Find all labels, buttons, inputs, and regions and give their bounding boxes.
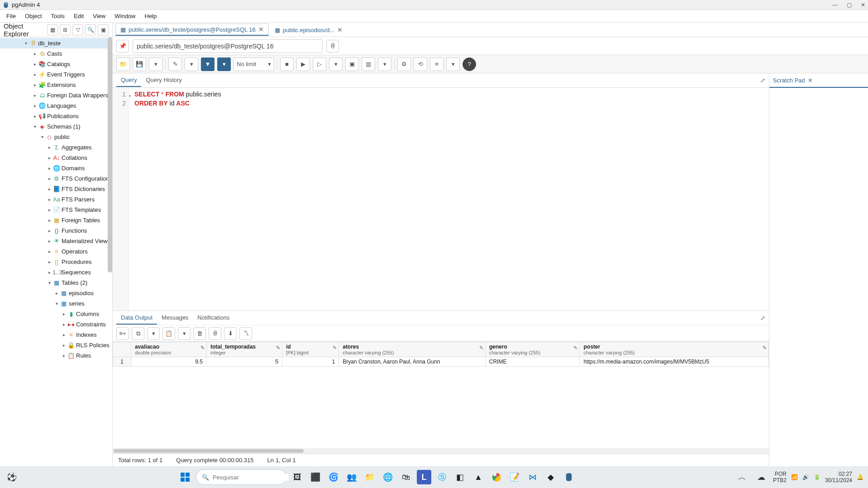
commit-button[interactable]: ▣ — [345, 57, 359, 71]
edit-dropdown[interactable]: ▾ — [185, 57, 198, 71]
start-button[interactable] — [178, 470, 192, 484]
desktop-soccer-icon[interactable]: ⚽ — [5, 470, 19, 484]
table-row[interactable]: 19.551Bryan Cranston, Aaron Paul, Anna G… — [113, 357, 769, 367]
tree-item[interactable]: ▸{}Functions — [0, 225, 112, 236]
tray-onedrive-icon[interactable]: ☁ — [754, 470, 768, 484]
add-row-button[interactable]: ≡+ — [116, 327, 129, 340]
taskbar-notepad-icon[interactable]: 📝 — [507, 470, 522, 484]
save-data-button[interactable]: 🛢 — [209, 327, 221, 340]
rollback-button[interactable]: ▥ — [362, 57, 375, 71]
menu-window[interactable]: Window — [110, 11, 140, 21]
tree-arrow-icon[interactable]: ▾ — [39, 134, 45, 139]
tree-arrow-icon[interactable]: ▸ — [46, 155, 52, 160]
tree-item[interactable]: ▸📚Catalogs — [0, 59, 112, 69]
tree-arrow-icon[interactable]: ▸ — [46, 145, 52, 150]
explorer-terminal-icon[interactable]: ▣ — [98, 24, 109, 35]
menu-help[interactable]: Help — [140, 11, 162, 21]
tree-item[interactable]: ▸🌐Domains — [0, 163, 112, 173]
tree-arrow-icon[interactable]: ▸ — [46, 176, 52, 181]
tree-item[interactable]: ▸🔒RLS Policies — [0, 340, 112, 350]
tree-item[interactable]: ▸{}Procedures — [0, 257, 112, 267]
save-button[interactable]: 💾 — [133, 57, 146, 71]
cell[interactable]: https://m.media-amazon.com/images/M/MV5B… — [580, 357, 769, 367]
query-history-tab[interactable]: Query History — [141, 74, 186, 87]
filter-button[interactable]: ▼ — [201, 57, 215, 71]
query-tab[interactable]: Query — [116, 74, 141, 87]
edit-column-icon[interactable]: ✎ — [573, 345, 577, 351]
tree-arrow-icon[interactable]: ▸ — [46, 239, 52, 244]
tree-arrow-icon[interactable]: ▸ — [32, 72, 38, 77]
tree-arrow-icon[interactable]: ▸ — [32, 114, 38, 119]
list-dropdown[interactable]: ▾ — [446, 57, 460, 71]
edit-column-icon[interactable]: ✎ — [200, 345, 205, 351]
tree-item[interactable]: ▾▦series — [0, 298, 112, 309]
cell[interactable]: 9.5 — [131, 357, 207, 367]
tree-item[interactable]: ▸1..3Sequences — [0, 267, 112, 277]
copy-button[interactable]: ⧉ — [132, 327, 144, 340]
window-minimize-button[interactable]: — — [832, 2, 838, 8]
tree-arrow-icon[interactable]: ▸ — [46, 249, 52, 254]
tree-arrow-icon[interactable]: ▸ — [46, 197, 52, 202]
window-maximize-button[interactable]: ▢ — [847, 2, 852, 8]
menu-view[interactable]: View — [88, 11, 110, 21]
taskbar-widget-icon[interactable]: 🖼 — [290, 470, 305, 484]
column-header[interactable]: generocharacter varying (255)✎ — [485, 342, 580, 357]
messages-tab[interactable]: Messages — [157, 311, 193, 325]
fold-icon[interactable]: ▾ — [129, 91, 131, 100]
chart-button[interactable]: 〽 — [239, 327, 252, 340]
tree-item[interactable]: ▸📢Publications — [0, 111, 112, 121]
tree-item[interactable]: ▸📋Rules — [0, 350, 112, 361]
cell[interactable]: 1 — [282, 357, 339, 367]
tree-arrow-icon[interactable]: ▾ — [53, 301, 60, 306]
connection-input[interactable] — [133, 39, 323, 53]
editor-expand-icon[interactable]: ⤢ — [760, 77, 765, 84]
tree-item[interactable]: ▾🛢db_teste — [0, 38, 112, 48]
tree-item[interactable]: ▾▦Tables (2) — [0, 277, 112, 288]
rollback-dropdown[interactable]: ▾ — [378, 57, 391, 71]
taskbar-app-l-icon[interactable]: L — [417, 470, 431, 484]
taskbar-pgadmin-icon[interactable] — [562, 470, 576, 484]
paste-button[interactable]: 📋 — [162, 327, 175, 340]
tree-item[interactable]: ▸📄FTS Templates — [0, 205, 112, 215]
results-grid[interactable]: avaliacaodouble precision✎total_temporad… — [113, 341, 769, 454]
tree-arrow-icon[interactable]: ▸ — [61, 322, 67, 327]
tree-item[interactable]: ▸▦Foreign Tables — [0, 215, 112, 225]
explain-button[interactable]: ▷ — [313, 57, 326, 71]
tree-arrow-icon[interactable]: ▸ — [46, 259, 52, 264]
cell[interactable]: Bryan Cranston, Aaron Paul, Anna Gunn — [339, 357, 486, 367]
cell[interactable]: 5 — [206, 357, 282, 367]
limit-select[interactable]: No limit▾ — [234, 57, 274, 71]
tree-item[interactable]: ▸⚡Event Triggers — [0, 69, 112, 80]
tray-volume-icon[interactable]: 🔊 — [802, 474, 809, 480]
taskbar-vscode-icon[interactable]: ⋈ — [525, 470, 540, 484]
taskbar-copilot-icon[interactable]: 🌀 — [326, 470, 341, 484]
tree-item[interactable]: ▾◈Schemas (1) — [0, 121, 112, 132]
tree-arrow-icon[interactable]: ▸ — [32, 51, 38, 56]
notifications-tab[interactable]: Notifications — [193, 311, 234, 325]
tree-item[interactable]: ▸▮Columns — [0, 309, 112, 319]
tree-arrow-icon[interactable]: ▾ — [46, 280, 52, 285]
tray-wifi-icon[interactable]: 📶 — [791, 474, 798, 480]
download-button[interactable]: ⬇ — [224, 327, 237, 340]
edit-button[interactable]: ✎ — [168, 57, 182, 71]
scratch-close-icon[interactable]: ✕ — [808, 77, 813, 84]
taskbar-edge-icon[interactable]: 🌐 — [381, 470, 395, 484]
tray-notifications-icon[interactable]: 🔔 — [857, 474, 863, 480]
taskbar-search[interactable]: 🔍 — [196, 469, 286, 485]
taskbar-skype-icon[interactable]: Ⓢ — [435, 470, 449, 484]
tree-arrow-icon[interactable]: ▸ — [46, 166, 52, 171]
tree-item[interactable]: ▸AaFTS Parsers — [0, 194, 112, 205]
tree-scrollbar[interactable] — [108, 37, 112, 466]
data-output-tab[interactable]: Data Output — [116, 311, 157, 325]
tree-arrow-icon[interactable]: ▸ — [46, 228, 52, 233]
taskbar-store-icon[interactable]: 🛍 — [399, 470, 413, 484]
tree-arrow-icon[interactable]: ▸ — [61, 311, 67, 316]
tree-arrow-icon[interactable]: ▸ — [32, 62, 38, 67]
tree-item[interactable]: ▸ΣAggregates — [0, 142, 112, 153]
column-header[interactable]: avaliacaodouble precision✎ — [131, 342, 207, 357]
tab-close-icon[interactable]: ✕ — [337, 26, 343, 33]
editor-tab[interactable]: ▦public.episodios/d...✕ — [270, 24, 348, 35]
tree-arrow-icon[interactable]: ▸ — [61, 343, 67, 348]
tree-item[interactable]: ▸≡Indexes — [0, 330, 112, 340]
tree-item[interactable]: ▾◇public — [0, 132, 112, 142]
